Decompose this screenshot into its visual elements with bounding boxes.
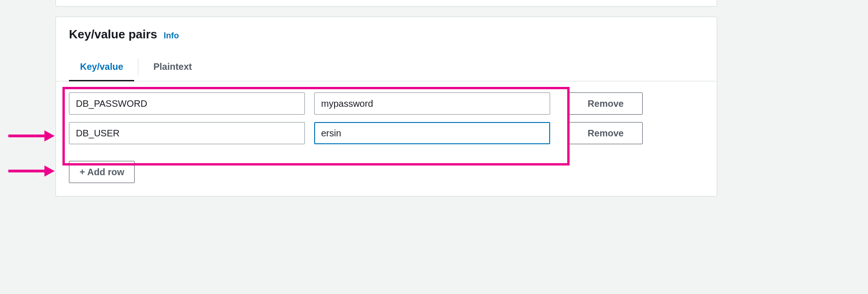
kv-row: Remove: [69, 122, 704, 144]
key-value-pairs-panel: Key/value pairs Info Key/value Plaintext…: [56, 17, 717, 196]
svg-marker-3: [44, 165, 55, 177]
add-row-button[interactable]: + Add row: [69, 161, 135, 183]
remove-button[interactable]: Remove: [569, 92, 643, 115]
tab-key-value[interactable]: Key/value: [69, 53, 134, 81]
tab-separator: [138, 58, 138, 75]
annotation-arrow-icon: [8, 165, 55, 178]
key-input[interactable]: [69, 122, 305, 144]
remove-button[interactable]: Remove: [569, 122, 643, 144]
kv-row: Remove: [69, 92, 704, 115]
key-input[interactable]: [69, 92, 305, 115]
info-link[interactable]: Info: [164, 31, 179, 41]
panel-title: Key/value pairs: [69, 27, 157, 42]
previous-panel-edge: [56, 0, 717, 6]
svg-marker-1: [44, 130, 55, 141]
annotation-arrow-icon: [8, 129, 55, 142]
value-input[interactable]: [314, 92, 550, 115]
tabs-bar: Key/value Plaintext: [56, 53, 717, 81]
panel-body: Remove Remove + Add row: [56, 81, 717, 196]
tab-plaintext[interactable]: Plaintext: [142, 53, 203, 81]
value-input[interactable]: [314, 122, 550, 144]
panel-header: Key/value pairs Info: [56, 17, 717, 53]
